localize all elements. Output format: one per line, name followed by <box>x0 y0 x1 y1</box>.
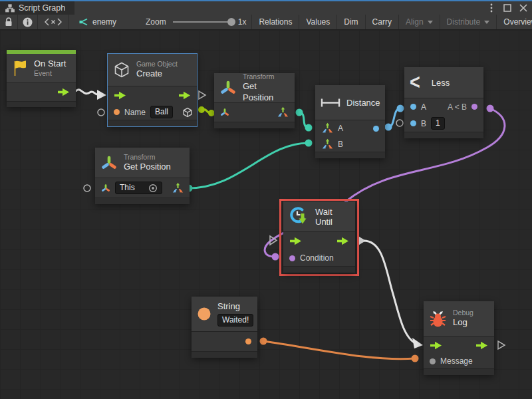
flow-output-port[interactable] <box>57 88 70 96</box>
close-icon[interactable] <box>517 2 529 14</box>
wire-getposition1-to-distance-a[interactable] <box>296 109 313 132</box>
graph-toolbar: enemy Zoom 1x Relations Values Dim Carry… <box>0 15 532 30</box>
node-title: Create <box>136 68 178 79</box>
maximize-icon[interactable] <box>501 2 513 14</box>
port-label: B <box>421 119 426 128</box>
node-wait-until[interactable]: Wait Until Condition <box>283 201 355 273</box>
tab-bar: Script Graph <box>0 1 532 15</box>
name-value-field[interactable]: Ball <box>150 106 173 118</box>
graph-icon <box>78 17 88 27</box>
node-category: Transform <box>243 72 288 81</box>
string-input-port[interactable] <box>114 109 120 115</box>
string-icon <box>197 307 211 321</box>
node-subtitle: Event <box>34 69 66 78</box>
node-create[interactable]: Game Object Create Name Ball <box>108 54 197 126</box>
node-less[interactable]: < Less A A < B B 1 <box>404 67 483 138</box>
chevron-down-icon <box>428 21 433 24</box>
message-input-port[interactable] <box>430 358 436 364</box>
vector3-input-port-b[interactable] <box>321 138 333 150</box>
node-string[interactable]: String Waited! <box>192 297 257 358</box>
node-get-position-1[interactable]: Transform Get Position <box>214 73 295 128</box>
tab-script-graph[interactable]: Script Graph <box>0 1 74 15</box>
node-get-position-2[interactable]: Transform Get Position This <box>95 148 190 204</box>
port-label: Message <box>440 356 473 366</box>
flow-input-port[interactable] <box>289 237 302 245</box>
flow-output-port[interactable] <box>475 341 488 350</box>
info-button[interactable] <box>18 15 38 29</box>
node-title: Wait Until <box>315 207 348 227</box>
string-value-field[interactable]: Waited! <box>217 314 253 327</box>
node-title: Distance <box>346 98 380 108</box>
node-title: Get Position <box>124 162 171 172</box>
zoom-slider-handle[interactable] <box>227 18 235 26</box>
flag-icon <box>12 60 28 77</box>
wire-getposition2-to-distance-b[interactable] <box>186 140 313 192</box>
number-input-port-a[interactable] <box>410 104 416 110</box>
transform-input-port[interactable] <box>101 184 110 193</box>
boolean-output-port[interactable] <box>471 104 477 110</box>
unconnected-port-indicator <box>396 120 403 126</box>
dim-button[interactable]: Dim <box>337 15 365 29</box>
code-preview-button[interactable] <box>38 15 69 29</box>
carry-button[interactable]: Carry <box>366 15 399 29</box>
values-button[interactable]: Values <box>299 15 337 29</box>
lock-icon <box>5 17 13 27</box>
node-category: Game Object <box>136 60 178 68</box>
graph-canvas[interactable]: On Start Event Game Object Create <box>0 30 532 399</box>
wire-string-to-log-message[interactable] <box>260 338 419 362</box>
node-title: String <box>217 301 253 312</box>
wire-waituntil-to-log[interactable] <box>357 235 423 348</box>
vector3-input-port-a[interactable] <box>321 122 333 134</box>
string-output-port[interactable] <box>245 338 251 344</box>
target-object-value: This <box>120 183 135 193</box>
port-label: A <box>338 124 343 133</box>
debug-bug-icon <box>429 310 447 327</box>
chevron-down-icon <box>484 21 489 24</box>
number-input-port-b[interactable] <box>410 120 416 126</box>
overview-button[interactable]: Overview <box>497 15 532 29</box>
flow-input-port[interactable] <box>430 341 442 350</box>
transform-icon <box>219 79 237 96</box>
graph-breadcrumb[interactable]: enemy <box>69 15 120 29</box>
align-button[interactable]: Align <box>399 15 440 29</box>
node-category: Debug <box>453 309 473 317</box>
tab-title: Script Graph <box>19 3 65 13</box>
lock-button[interactable] <box>0 15 18 29</box>
target-object-field[interactable]: This <box>115 182 162 194</box>
wire-distance-to-less-a[interactable] <box>385 105 404 131</box>
port-label: B <box>338 140 343 149</box>
distribute-button[interactable]: Distribute <box>440 15 497 29</box>
node-distance[interactable]: Distance A B <box>315 85 385 158</box>
wire-onstart-to-create[interactable] <box>70 88 106 100</box>
flow-output-port[interactable] <box>336 237 349 245</box>
vector3-output-port[interactable] <box>277 106 289 118</box>
game-object-output-port[interactable] <box>182 107 193 118</box>
object-picker-icon[interactable] <box>148 184 158 193</box>
wire-create-to-getposition1[interactable] <box>198 106 215 116</box>
distance-icon <box>321 98 340 108</box>
transform-input-port[interactable] <box>220 108 229 117</box>
relations-button[interactable]: Relations <box>251 15 299 29</box>
unconnected-flow-indicator <box>498 341 505 349</box>
script-graph-icon <box>5 4 15 13</box>
b-value-field[interactable]: 1 <box>431 117 445 130</box>
node-on-start[interactable]: On Start Event <box>7 50 76 107</box>
flow-output-port[interactable] <box>178 91 191 100</box>
node-title: Less <box>432 78 450 88</box>
unconnected-port-indicator <box>84 185 90 192</box>
node-debug-log[interactable]: Debug Log Message <box>424 301 494 375</box>
less-icon: < <box>410 72 420 92</box>
node-title: Get Position <box>243 81 288 103</box>
kebab-menu-icon[interactable] <box>485 2 497 14</box>
game-object-icon <box>113 61 130 78</box>
zoom-slider[interactable] <box>173 21 234 23</box>
node-title: Log <box>453 317 473 328</box>
boolean-input-port[interactable] <box>289 255 295 261</box>
vector3-output-port[interactable] <box>172 182 184 194</box>
flow-input-port[interactable] <box>114 91 126 100</box>
window-controls <box>485 1 529 15</box>
node-title: On Start <box>34 59 66 69</box>
number-output-port[interactable] <box>373 126 379 132</box>
node-category: Transform <box>124 153 171 162</box>
info-icon <box>23 17 33 27</box>
